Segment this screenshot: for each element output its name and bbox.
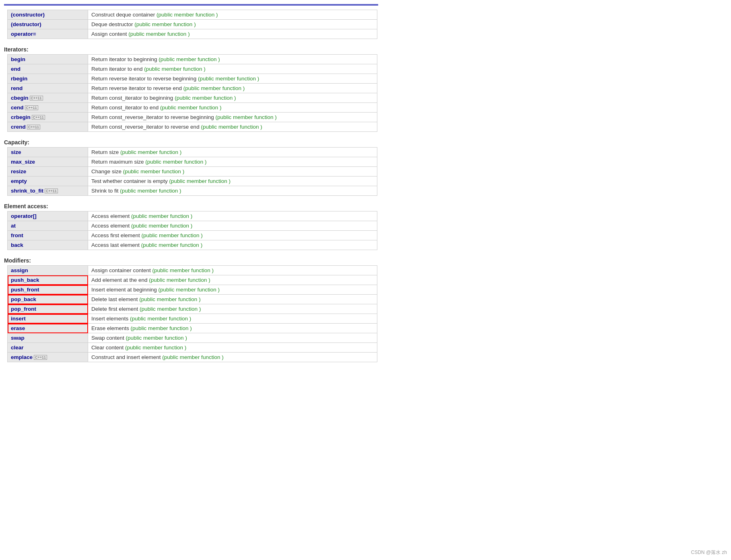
row-description: Return reverse iterator to reverse end (… bbox=[88, 84, 377, 93]
row-name[interactable]: size bbox=[8, 148, 88, 157]
table-row: emptyTest whether container is empty (pu… bbox=[8, 176, 377, 186]
row-description: Return size (public member function ) bbox=[88, 148, 377, 157]
table-row: (destructor)Deque destructor (public mem… bbox=[8, 20, 377, 29]
row-name[interactable]: clear bbox=[8, 343, 88, 353]
row-name[interactable]: rend bbox=[8, 84, 88, 93]
row-suffix: (public member function ) bbox=[156, 12, 218, 18]
row-suffix: (public member function ) bbox=[131, 223, 192, 229]
cpp11-badge: C++11 bbox=[32, 115, 45, 120]
cpp11-badge: C++11 bbox=[30, 96, 43, 101]
table-row: frontAccess first element (public member… bbox=[8, 231, 377, 240]
row-description: Construct and insert element (public mem… bbox=[88, 353, 377, 362]
row-name[interactable]: end bbox=[8, 64, 88, 74]
row-description: Access element (public member function ) bbox=[88, 221, 377, 231]
row-name[interactable]: erase bbox=[8, 324, 88, 333]
row-description: Return const_reverse_iterator to reverse… bbox=[88, 122, 377, 132]
row-description: Add element at the end (public member fu… bbox=[88, 275, 377, 285]
row-suffix: (public member function ) bbox=[149, 277, 210, 283]
row-name[interactable]: rbegin bbox=[8, 74, 88, 84]
row-suffix: (public member function ) bbox=[140, 306, 201, 312]
row-suffix: (public member function ) bbox=[130, 316, 191, 322]
row-name[interactable]: crbeginC++11 bbox=[8, 113, 88, 122]
row-suffix: (public member function ) bbox=[201, 124, 262, 130]
row-description: Insert elements (public member function … bbox=[88, 314, 377, 324]
row-suffix: (public member function ) bbox=[125, 345, 186, 351]
row-name[interactable]: (destructor) bbox=[8, 20, 88, 29]
row-name[interactable]: assign bbox=[8, 266, 88, 275]
row-name[interactable]: (constructor) bbox=[8, 10, 88, 20]
table-row: rbeginReturn reverse iterator to reverse… bbox=[8, 74, 377, 84]
row-description: Delete last element (public member funct… bbox=[88, 295, 377, 304]
row-name[interactable]: operator[] bbox=[8, 211, 88, 221]
row-name[interactable]: begin bbox=[8, 55, 88, 64]
row-name[interactable]: emplaceC++11 bbox=[8, 353, 88, 362]
row-suffix: (public member function ) bbox=[145, 159, 206, 165]
row-description: Return iterator to beginning (public mem… bbox=[88, 55, 377, 64]
row-name[interactable]: at bbox=[8, 221, 88, 231]
row-name[interactable]: insert bbox=[8, 314, 88, 324]
table-row: operator[]Access element (public member … bbox=[8, 211, 377, 221]
row-name[interactable]: cendC++11 bbox=[8, 103, 88, 113]
table-row: swapSwap content (public member function… bbox=[8, 333, 377, 343]
row-name[interactable]: swap bbox=[8, 333, 88, 343]
row-description: Construct deque container (public member… bbox=[88, 10, 377, 20]
row-description: Shrink to fit (public member function ) bbox=[88, 186, 377, 196]
table-constructor-section: (constructor)Construct deque container (… bbox=[7, 10, 377, 39]
table-row: pop_backDelete last element (public memb… bbox=[8, 295, 377, 304]
row-description: Insert element at beginning (public memb… bbox=[88, 285, 377, 295]
row-suffix: (public member function ) bbox=[215, 114, 276, 120]
row-suffix: (public member function ) bbox=[152, 267, 214, 273]
row-suffix: (public member function ) bbox=[134, 21, 196, 27]
table-row: crbeginC++11Return const_reverse_iterato… bbox=[8, 113, 377, 122]
table-row: clearClear content (public member functi… bbox=[8, 343, 377, 353]
row-name[interactable]: max_size bbox=[8, 157, 88, 167]
row-description: Erase elements (public member function ) bbox=[88, 324, 377, 333]
table-modifiers-section: assignAssign container content (public m… bbox=[7, 265, 377, 362]
table-capacity-section: sizeReturn size (public member function … bbox=[7, 147, 377, 196]
row-name[interactable]: pop_back bbox=[8, 295, 88, 304]
row-name[interactable]: push_front bbox=[8, 285, 88, 295]
row-name[interactable]: shrink_to_fitC++11 bbox=[8, 186, 88, 196]
row-suffix: (public member function ) bbox=[175, 95, 236, 101]
table-row: insertInsert elements (public member fun… bbox=[8, 314, 377, 324]
main-content: (constructor)Construct deque container (… bbox=[4, 10, 723, 362]
table-row: resizeChange size (public member functio… bbox=[8, 167, 377, 176]
row-name[interactable]: resize bbox=[8, 167, 88, 176]
section-header-element-access-section: Element access: bbox=[4, 203, 723, 209]
row-suffix: (public member function ) bbox=[131, 325, 192, 331]
table-row: push_backAdd element at the end (public … bbox=[8, 275, 377, 285]
row-description: Return maximum size (public member funct… bbox=[88, 157, 377, 167]
row-name[interactable]: pop_front bbox=[8, 304, 88, 314]
table-row: push_frontInsert element at beginning (p… bbox=[8, 285, 377, 295]
row-name[interactable]: back bbox=[8, 240, 88, 250]
row-description: Assign content (public member function ) bbox=[88, 29, 377, 39]
row-name[interactable]: crendC++11 bbox=[8, 122, 88, 132]
row-suffix: (public member function ) bbox=[198, 76, 259, 82]
table-element-access-section: operator[]Access element (public member … bbox=[7, 211, 377, 250]
row-suffix: (public member function ) bbox=[169, 178, 231, 184]
row-suffix: (public member function ) bbox=[123, 168, 184, 174]
table-row: atAccess element (public member function… bbox=[8, 221, 377, 231]
table-row: beginReturn iterator to beginning (publi… bbox=[8, 55, 377, 64]
row-description: Swap content (public member function ) bbox=[88, 333, 377, 343]
cpp11-badge: C++11 bbox=[25, 105, 38, 110]
row-suffix: (public member function ) bbox=[144, 66, 205, 72]
row-name[interactable]: push_back bbox=[8, 275, 88, 285]
row-description: Return const_iterator to end (public mem… bbox=[88, 103, 377, 113]
row-name[interactable]: cbeginC++11 bbox=[8, 93, 88, 103]
row-suffix: (public member function ) bbox=[142, 232, 203, 238]
row-description: Return const_reverse_iterator to reverse… bbox=[88, 113, 377, 122]
row-name[interactable]: empty bbox=[8, 176, 88, 186]
row-suffix: (public member function ) bbox=[120, 188, 181, 194]
section-header-capacity-section: Capacity: bbox=[4, 139, 723, 146]
row-suffix: (public member function ) bbox=[160, 105, 221, 111]
table-row: shrink_to_fitC++11Shrink to fit (public … bbox=[8, 186, 377, 196]
row-suffix: (public member function ) bbox=[128, 31, 189, 37]
table-row: (constructor)Construct deque container (… bbox=[8, 10, 377, 20]
row-suffix: (public member function ) bbox=[131, 213, 192, 219]
table-row: pop_frontDelete first element (public me… bbox=[8, 304, 377, 314]
row-name[interactable]: front bbox=[8, 231, 88, 240]
row-suffix: (public member function ) bbox=[126, 335, 187, 341]
table-row: operator=Assign content (public member f… bbox=[8, 29, 377, 39]
row-name[interactable]: operator= bbox=[8, 29, 88, 39]
